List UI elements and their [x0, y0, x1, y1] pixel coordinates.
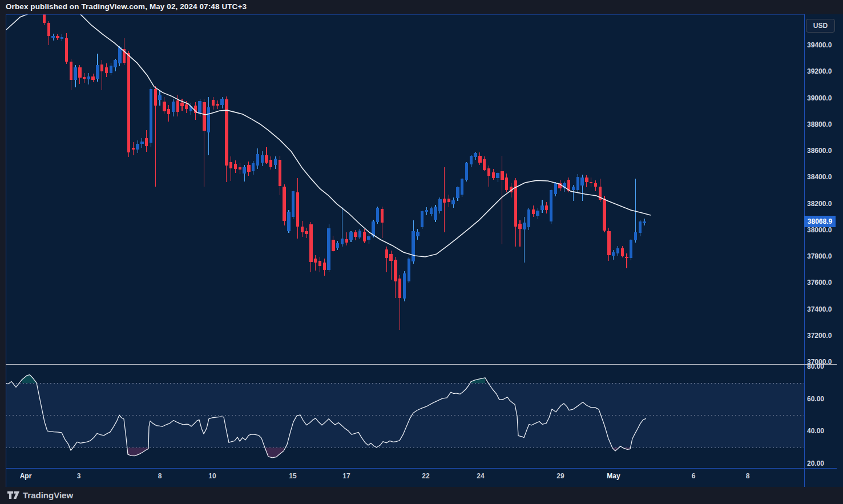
time-tick-label: 24: [477, 472, 484, 480]
time-tick-label: 15: [289, 472, 296, 480]
price-tick-label: 39000.0: [807, 94, 832, 102]
price-tick-label: 37400.0: [807, 305, 832, 313]
time-tick-label: 6: [692, 472, 696, 480]
tradingview-brand-link[interactable]: TradingView: [23, 490, 73, 500]
price-tick-label: 38200.0: [807, 200, 832, 208]
footer-bar: TradingView: [0, 487, 843, 504]
time-tick-label: 22: [422, 472, 429, 480]
price-tick-label: 39400.0: [807, 41, 832, 49]
price-tick-label: 37800.0: [807, 252, 832, 260]
time-tick-label: 8: [158, 472, 162, 480]
time-tick-label: 3: [77, 472, 81, 480]
price-tick-label: 37600.0: [807, 279, 832, 287]
price-tick-label: 37200.0: [807, 332, 832, 340]
price-tick-label: 38600.0: [807, 147, 832, 155]
currency-toggle-button[interactable]: USD: [806, 19, 835, 33]
time-tick-label: 10: [208, 472, 216, 480]
indicator-tick-label: 60.00: [807, 395, 824, 403]
tradingview-logo-icon[interactable]: [7, 491, 20, 500]
indicator-tick-label: 20.00: [807, 459, 824, 467]
price-tick-label: 38800.0: [807, 120, 832, 128]
chart-plot-area[interactable]: [0, 0, 843, 504]
price-tick-label: 38400.0: [807, 173, 832, 181]
moving-average-line[interactable]: [6, 7, 651, 257]
time-tick-label: 17: [342, 472, 350, 480]
last-price-badge: 38068.9: [804, 216, 836, 227]
price-tick-label: 39200.0: [807, 67, 832, 75]
indicator-tick-label: 40.00: [807, 427, 824, 435]
time-tick-label: 29: [556, 472, 564, 480]
tradingview-published-chart: Orbex published on TradingView.com, May …: [0, 0, 843, 504]
indicator-tick-label: 80.00: [807, 362, 824, 370]
time-tick-label: May: [607, 472, 620, 480]
time-tick-label: Apr: [20, 472, 32, 480]
time-tick-label: 8: [746, 472, 750, 480]
